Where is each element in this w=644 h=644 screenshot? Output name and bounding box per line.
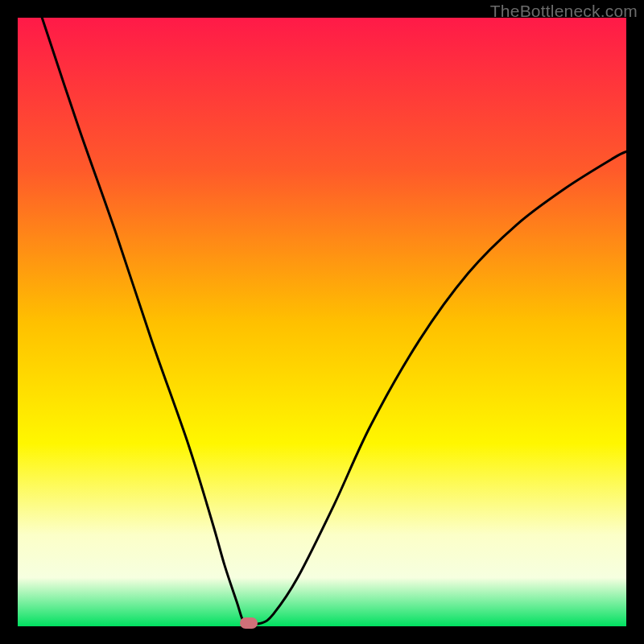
plot-area — [18, 18, 626, 626]
bottleneck-curve — [18, 18, 626, 626]
minimum-marker — [240, 617, 258, 629]
chart-frame: TheBottleneck.com — [0, 0, 644, 644]
